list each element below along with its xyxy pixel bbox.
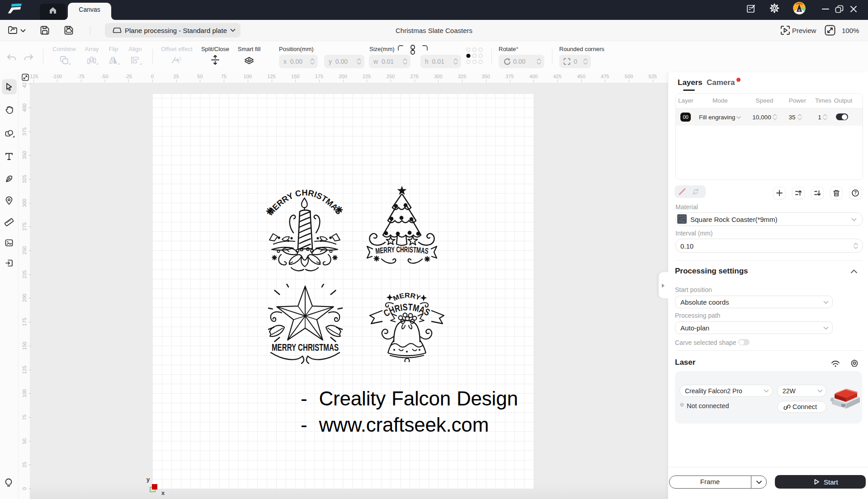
svg-text:MERRY CHRISTMAS: MERRY CHRISTMAS [375, 245, 429, 256]
svg-text:AI: AI [248, 58, 251, 61]
svg-text:MERRY CHRISTMAS: MERRY CHRISTMAS [266, 188, 344, 217]
svg-text:MERRY CHRISTMAS: MERRY CHRISTMAS [272, 342, 339, 353]
svg-text:?: ? [854, 190, 857, 195]
svg-text:MERRY: MERRY [392, 291, 422, 302]
